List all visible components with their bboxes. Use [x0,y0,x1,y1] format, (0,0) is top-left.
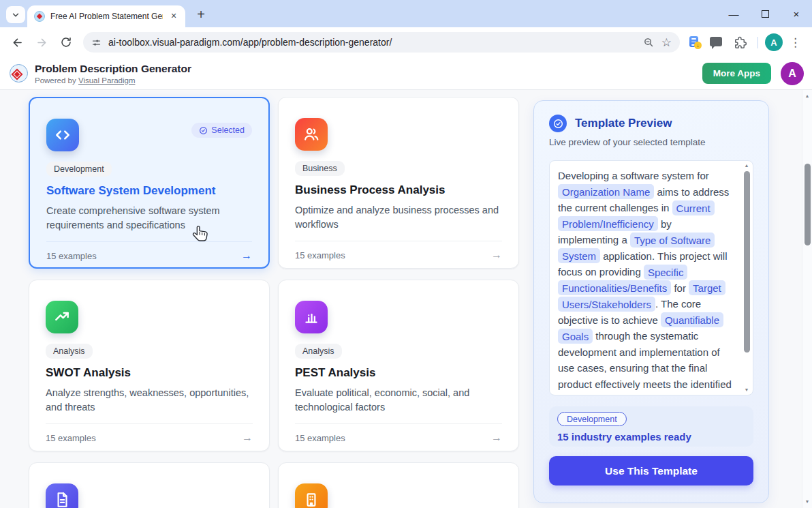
extensions-puzzle-icon[interactable] [730,32,751,53]
save-page-extension-icon[interactable]: ↓ [688,35,702,49]
tab-search-button[interactable] [6,6,25,23]
page-scrollbar[interactable]: ▲ ▼ [802,90,812,508]
user-avatar[interactable]: A [781,62,804,85]
arrow-right-icon[interactable]: → [241,250,252,262]
maximize-icon [762,10,769,18]
arrow-right-icon[interactable]: → [491,432,502,444]
back-button[interactable] [7,32,27,53]
scroll-down-icon[interactable]: ▼ [745,387,749,393]
template-card-grid: Selected Development Software System Dev… [29,97,519,508]
card-title: SWOT Analysis [46,366,253,380]
template-card-business-process-analysis[interactable]: Business Business Process Analysis Optim… [278,97,519,269]
template-card-swot-analysis[interactable]: Analysis SWOT Analysis Analyze strengths… [29,280,270,451]
main-content: Selected Development Software System Dev… [0,90,812,508]
check-circle-icon [199,126,208,135]
preview-info-box: Development 15 industry examples ready [549,406,753,447]
template-preview-panel: Template Preview Live preview of your se… [533,100,769,503]
tab-close-icon[interactable]: × [168,11,179,22]
examples-count: 15 examples [295,250,345,260]
card-title: Software System Development [46,184,252,198]
browser-toolbar: ai-toolbox.visual-paradigm.com/app/probl… [0,27,812,57]
card-title: PEST Analysis [295,366,502,380]
card-description: Analyze strengths, weaknesses, opportuni… [46,386,253,415]
powered-by-label: Powered by [35,76,76,85]
template-card-software-system-development[interactable]: Selected Development Software System Dev… [29,97,270,269]
visual-paradigm-link[interactable]: Visual Paradigm [78,76,136,85]
preview-textbox[interactable]: Developing a software system for Organiz… [549,160,753,395]
examples-count: 15 examples [46,251,97,261]
template-card-partial-document[interactable] [29,462,270,508]
zoom-out-icon[interactable] [643,37,655,48]
new-tab-button[interactable]: + [191,5,210,24]
trending-up-icon [46,301,78,333]
use-template-button[interactable]: Use This Template [549,456,753,485]
browser-window: Free AI Problem Statement Gen × + — × ai… [0,0,812,508]
preview-scrollbar[interactable]: ▲ ▼ [742,162,751,393]
page-scroll-down-icon[interactable]: ▼ [805,498,810,505]
site-favicon-icon [34,11,45,22]
card-description: Evaluate political, economic, social, an… [295,386,502,415]
tab-title: Free AI Problem Statement Gen [50,12,163,21]
site-settings-icon[interactable] [91,38,102,48]
browser-tab[interactable]: Free AI Problem Statement Gen × [27,5,185,27]
examples-count: 15 examples [295,433,345,443]
browser-menu-icon[interactable]: ⋮ [787,35,804,50]
arrow-right-icon[interactable]: → [491,249,502,261]
bar-chart-icon [295,301,328,333]
back-arrow-icon [11,36,24,49]
forward-button[interactable] [31,32,52,53]
card-description: Optimize and analyze business processes … [295,203,502,232]
arrow-right-icon[interactable]: → [242,432,253,444]
address-bar[interactable]: ai-toolbox.visual-paradigm.com/app/probl… [83,32,680,53]
category-badge: Analysis [46,344,93,359]
preview-title: Template Preview [575,117,672,130]
people-icon [295,118,328,151]
building-icon [295,483,328,508]
powered-by-text: Powered by Visual Paradigm [35,76,191,85]
minimize-button[interactable]: — [718,0,749,27]
examples-count: 15 examples [46,433,96,443]
browser-profile-avatar[interactable]: A [765,33,783,51]
window-close-button[interactable]: × [781,0,812,27]
selected-badge: Selected [191,123,252,138]
category-badge: Analysis [295,344,342,359]
template-card-pest-analysis[interactable]: Analysis PEST Analysis Evaluate politica… [278,280,519,451]
visual-paradigm-logo [10,64,28,83]
toolbar-divider [758,37,758,48]
template-card-partial-building[interactable] [278,462,519,508]
category-badge: Development [46,162,112,177]
comment-bubble-icon[interactable] [706,32,726,53]
reload-icon [60,36,72,48]
page-title: Problem Description Generator [35,63,191,75]
selected-badge-label: Selected [211,125,245,135]
card-title: Business Process Analysis [295,183,502,197]
preview-text: Developing a software system for Organiz… [558,168,734,395]
reload-button[interactable] [56,32,76,53]
document-icon [46,483,78,508]
forward-arrow-icon [35,36,48,49]
scroll-up-icon[interactable]: ▲ [745,162,749,169]
card-description: Create comprehensive software system req… [46,204,252,233]
page-scrollbar-thumb[interactable] [805,164,811,245]
more-apps-button[interactable]: More Apps [702,63,771,84]
tab-strip: Free AI Problem Statement Gen × + — × [0,0,812,27]
examples-ready-text: 15 industry examples ready [557,431,745,443]
check-circle-icon [549,115,567,132]
category-badge: Business [295,161,345,176]
chevron-down-icon [11,10,20,20]
app-header: Problem Description Generator Powered by… [0,57,812,90]
bookmark-star-icon[interactable]: ☆ [661,35,672,50]
preview-category-badge: Development [557,412,627,426]
page-scroll-up-icon[interactable]: ▲ [805,93,810,100]
maximize-button[interactable] [749,0,781,27]
url-input[interactable]: ai-toolbox.visual-paradigm.com/app/probl… [108,37,636,48]
scrollbar-thumb[interactable] [744,171,750,353]
code-icon [46,119,79,151]
preview-subtitle: Live preview of your selected template [549,137,753,147]
